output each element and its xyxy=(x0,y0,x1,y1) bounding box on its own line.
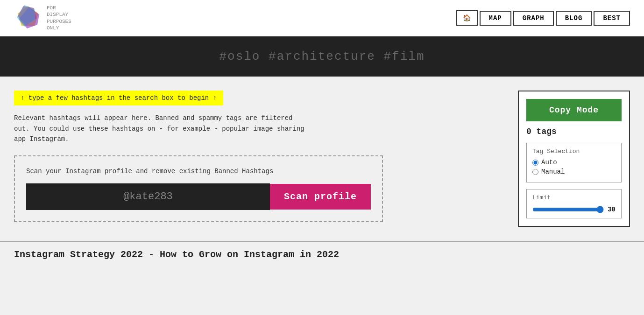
radio-manual[interactable] xyxy=(532,169,538,175)
radio-auto-label: Auto xyxy=(541,159,557,166)
logo-text: FOR DISPLAY PURPOSES ONLY xyxy=(47,5,71,31)
radio-auto[interactable] xyxy=(532,160,538,166)
limit-slider[interactable] xyxy=(532,206,604,213)
footer-title: Instagram Strategy 2022 - How to Grow on… xyxy=(14,249,630,260)
radio-auto-row[interactable]: Auto xyxy=(532,159,616,166)
tag-selection-box: Tag Selection Auto Manual xyxy=(526,143,622,182)
search-bar xyxy=(0,36,644,77)
logo-icon xyxy=(14,5,42,31)
nav-best-button[interactable]: BEST xyxy=(594,11,630,26)
limit-label: Limit xyxy=(532,194,616,201)
scan-description: Scan your Instagram profile and remove e… xyxy=(26,168,371,175)
tags-count: 0 tags xyxy=(526,127,622,136)
radio-manual-row[interactable]: Manual xyxy=(532,168,616,175)
nav: 🏠 MAP GRAPH BLOG BEST xyxy=(456,10,630,26)
nav-graph-button[interactable]: GRAPH xyxy=(513,11,554,26)
nav-home-button[interactable]: 🏠 xyxy=(456,10,478,26)
limit-value: 30 xyxy=(608,206,616,213)
footer-section: Instagram Strategy 2022 - How to Grow on… xyxy=(0,241,644,269)
main-content: ↑ type a few hashtags in the search box … xyxy=(0,77,644,236)
description: Relevant hashtags will appear here. Bann… xyxy=(14,113,383,144)
hint-box: ↑ type a few hashtags in the search box … xyxy=(14,91,223,105)
copy-mode-button[interactable]: Copy Mode xyxy=(526,99,622,121)
nav-blog-button[interactable]: BLOG xyxy=(556,11,592,26)
search-input[interactable] xyxy=(14,49,630,63)
scan-box: Scan your Instagram profile and remove e… xyxy=(14,155,383,222)
slider-row: 30 xyxy=(532,206,616,213)
limit-box: Limit 30 xyxy=(526,189,622,218)
nav-map-button[interactable]: MAP xyxy=(480,11,511,26)
right-panel: Copy Mode 0 tags Tag Selection Auto Manu… xyxy=(518,91,630,227)
left-panel: ↑ type a few hashtags in the search box … xyxy=(14,91,509,222)
radio-manual-label: Manual xyxy=(541,168,565,175)
logo-area: FOR DISPLAY PURPOSES ONLY xyxy=(14,5,71,31)
scan-profile-button[interactable]: Scan profile xyxy=(270,184,371,210)
username-input[interactable] xyxy=(26,183,270,210)
tag-selection-label: Tag Selection xyxy=(532,148,616,155)
header: FOR DISPLAY PURPOSES ONLY 🏠 MAP GRAPH BL… xyxy=(0,0,644,36)
scan-input-row: Scan profile xyxy=(26,183,371,210)
